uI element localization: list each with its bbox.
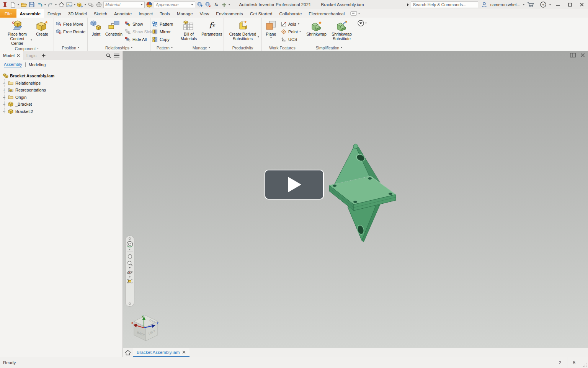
clear-appearance-icon[interactable]	[204, 1, 211, 8]
bill-of-materials-button[interactable]: Bill of Materials	[180, 19, 198, 41]
redo-dropdown[interactable]	[55, 4, 57, 5]
new-file-button[interactable]	[10, 1, 16, 8]
minimize-button[interactable]	[554, 1, 563, 8]
pan-icon[interactable]	[127, 254, 133, 259]
plane-dropdown[interactable]	[270, 37, 272, 38]
tab-inspect[interactable]: Inspect	[135, 9, 156, 18]
axis-button[interactable]: Axis	[281, 20, 301, 28]
show-relationships-button[interactable]: Show	[125, 20, 152, 28]
tab-view[interactable]: View	[196, 9, 213, 18]
appearance-sphere-icon[interactable]	[146, 1, 153, 8]
ribbon-collapse-button[interactable]	[358, 20, 364, 28]
doc-window-close-icon[interactable]	[580, 53, 585, 57]
add-qat-icon[interactable]	[220, 1, 227, 8]
panel-relationships-label[interactable]: Relationships	[88, 44, 150, 51]
browser-add-tab-button[interactable]	[39, 51, 48, 60]
qat-customize-dropdown[interactable]	[229, 4, 230, 5]
help-search-input[interactable]	[411, 1, 478, 8]
browser-tab-close-icon[interactable]	[17, 54, 20, 57]
close-button[interactable]	[577, 1, 586, 8]
ucs-button[interactable]: UCS	[281, 36, 301, 43]
joint-button[interactable]: Joint	[89, 19, 103, 37]
user-avatar-icon[interactable]	[481, 1, 488, 8]
free-move-button[interactable]: Free Move	[56, 20, 85, 28]
shrinkwrap-button[interactable]: Shrinkwrap	[305, 19, 328, 37]
resize-grip[interactable]	[581, 357, 588, 368]
new-file-dropdown[interactable]	[18, 4, 19, 5]
panel-pattern-label[interactable]: Pattern	[150, 44, 179, 51]
look-at-icon[interactable]	[127, 279, 133, 284]
save-button[interactable]	[28, 1, 35, 8]
adjust-appearance-icon[interactable]	[196, 1, 203, 8]
tree-node-origin[interactable]: + Origin	[2, 94, 122, 101]
cart-icon[interactable]	[527, 1, 534, 8]
browser-menu-icon[interactable]	[114, 54, 119, 57]
tab-assemble[interactable]: Assemble	[16, 9, 44, 18]
redo-button[interactable]	[47, 1, 54, 8]
shrinkwrap-substitute-button[interactable]: Shrinkwrap Substitute	[330, 19, 353, 41]
tab-design[interactable]: Design	[44, 9, 65, 18]
help-dropdown[interactable]	[549, 4, 551, 5]
screenshot-button[interactable]	[66, 1, 73, 8]
place-dropdown[interactable]	[31, 39, 32, 41]
graphics-viewport[interactable]: TOP BACK LEFT Y X Z	[123, 51, 588, 357]
home-tab-icon[interactable]	[123, 348, 133, 357]
zoom-icon[interactable]	[127, 260, 133, 266]
browser-tab-logic[interactable]: Logic	[23, 51, 39, 60]
tab-annotate[interactable]: Annotate	[111, 9, 135, 18]
tree-node-relationships[interactable]: + Relationships	[2, 80, 122, 87]
orbit-icon[interactable]	[127, 270, 133, 275]
undo-button[interactable]	[36, 1, 43, 8]
tab-sketch[interactable]: Sketch	[90, 9, 111, 18]
tab-collaborate[interactable]: Collaborate	[276, 9, 305, 18]
constrain-button[interactable]: Constrain	[105, 19, 123, 37]
create-derived-substitutes-button[interactable]: Create Derived Substitutes	[227, 19, 259, 41]
maximize-button[interactable]	[565, 1, 575, 8]
derived-dropdown[interactable]	[258, 36, 259, 38]
mode-assembly[interactable]: Assembly	[4, 62, 22, 67]
mirror-button[interactable]: Mirror	[152, 28, 173, 35]
undo-dropdown[interactable]	[44, 4, 46, 5]
mode-modeling[interactable]: Modeling	[29, 62, 46, 67]
tree-root-assembly[interactable]: Bracket Assembly.iam	[2, 72, 122, 80]
tab-tools[interactable]: Tools	[156, 9, 173, 18]
open-button[interactable]	[20, 1, 27, 8]
point-button[interactable]: Point	[281, 28, 301, 35]
tab-file[interactable]: File	[0, 9, 16, 18]
video-play-button[interactable]	[265, 170, 324, 200]
material-dropdown[interactable]: Material	[103, 2, 145, 8]
tree-node-bracket-1[interactable]: + _Bracket	[2, 101, 122, 108]
parameters-button[interactable]: fx Parameters	[201, 19, 223, 37]
plane-button[interactable]: Plane	[263, 19, 279, 39]
search-expand-arrow[interactable]	[407, 3, 409, 7]
point-dropdown[interactable]	[299, 31, 301, 32]
orbit-dropdown[interactable]	[129, 276, 131, 278]
copy-button[interactable]: Copy	[152, 36, 173, 43]
measure-spheres-icon[interactable]	[87, 1, 94, 8]
user-name[interactable]: cameron.whet...	[490, 2, 520, 7]
doc-window-restore-icon[interactable]	[570, 53, 576, 57]
document-tab-bracket-assembly[interactable]: Bracket Assembly.iam	[133, 348, 189, 357]
free-rotate-button[interactable]: Free Rotate	[56, 28, 85, 35]
navbar-handle-bottom[interactable]	[129, 303, 131, 305]
tab-environments[interactable]: Environments	[212, 9, 246, 18]
ribbon-display-icon[interactable]	[350, 10, 357, 17]
tab-electromechanical[interactable]: Electromechanical	[305, 9, 348, 18]
hide-all-button[interactable]: Hide All	[125, 36, 152, 43]
create-button[interactable]: Create	[34, 19, 51, 37]
axis-dropdown[interactable]	[298, 23, 299, 25]
ilogic-fx-icon[interactable]: fx	[212, 1, 219, 8]
tree-node-representations[interactable]: + Representations	[2, 87, 122, 94]
component-tool-icon[interactable]	[77, 1, 83, 8]
navbar-handle-top[interactable]	[129, 237, 131, 240]
screenshot-dropdown[interactable]	[74, 4, 75, 5]
navigation-wheel-dropdown[interactable]	[129, 249, 131, 250]
tab-get-started[interactable]: Get Started	[247, 9, 276, 18]
view-cube[interactable]: TOP BACK LEFT Y X Z	[130, 313, 162, 345]
panel-component-label[interactable]: Component	[0, 46, 54, 51]
pattern-button[interactable]: Pattern	[152, 20, 173, 28]
document-tab-close-icon[interactable]	[182, 350, 186, 354]
viewport-canvas[interactable]: TOP BACK LEFT Y X Z	[123, 51, 588, 348]
browser-search-icon[interactable]	[106, 53, 111, 58]
ribbon-display-dropdown[interactable]	[358, 13, 360, 14]
